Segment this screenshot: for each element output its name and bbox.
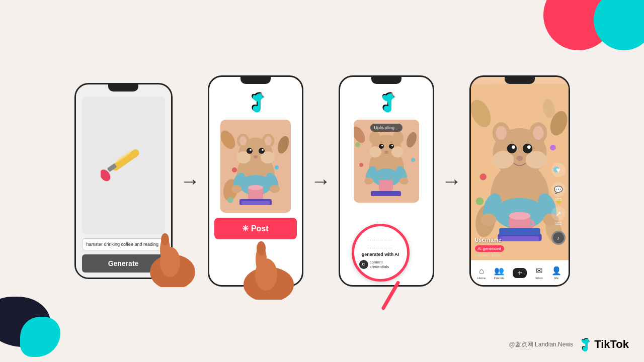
magnify-dots2: ............ — [368, 244, 392, 250]
comment-count: 105 — [555, 197, 561, 202]
nav-inbox-label: Inbox — [535, 277, 543, 280]
share-count: 102 — [555, 221, 561, 226]
tiktok-logo-phone3 — [376, 90, 396, 115]
svg-point-51 — [391, 145, 393, 146]
svg-point-80 — [522, 144, 532, 153]
svg-rect-93 — [499, 228, 540, 235]
svg-point-98 — [550, 145, 556, 151]
svg-point-57 — [399, 177, 409, 185]
content-credentials: C content credentials — [359, 260, 402, 269]
svg-point-31 — [248, 185, 263, 190]
magnify-circle: ............ ............ generated with… — [352, 224, 410, 282]
tiktok-brand-text: TikTok — [594, 338, 629, 351]
arrow1: → — [180, 170, 200, 193]
svg-point-18 — [239, 136, 247, 145]
phone4-username: Username — [475, 237, 504, 243]
svg-point-79 — [507, 144, 516, 153]
arrow2: → — [311, 170, 331, 193]
tiktok-brand: TikTok — [577, 337, 629, 352]
phone1-wrapper: hamster drinking coffee and reading Gene… — [74, 83, 173, 279]
svg-point-29 — [270, 185, 280, 193]
comment-action[interactable]: 💬 105 — [551, 183, 566, 202]
hamster-image-phone2 — [220, 120, 291, 213]
magnify-ai-text: generated with AI — [362, 252, 399, 257]
phone4-user-info: Username AI-generated ♪ Music · Artist — [475, 237, 504, 257]
svg-point-48 — [379, 144, 384, 149]
svg-point-40 — [257, 241, 266, 255]
main-content: hamster drinking coffee and reading Gene… — [0, 0, 644, 362]
svg-rect-92 — [500, 236, 539, 241]
svg-point-35 — [275, 165, 279, 169]
svg-point-49 — [389, 144, 394, 149]
svg-point-24 — [254, 155, 258, 158]
watermark: @蓝点网 Landian.News TikTok — [509, 337, 629, 352]
svg-point-46 — [369, 131, 380, 144]
svg-point-94 — [479, 173, 487, 180]
nav-friends[interactable]: 👥 Friends — [494, 266, 504, 280]
svg-point-78 — [533, 126, 543, 140]
svg-point-81 — [511, 145, 515, 149]
magnify-dots1: ............ — [368, 236, 392, 242]
hand2 — [236, 229, 301, 302]
paint-canvas-area — [82, 97, 165, 234]
tiktok-logo-phone2 — [246, 90, 266, 115]
nav-me[interactable]: 👤 Me — [551, 266, 561, 280]
svg-point-73 — [492, 151, 514, 168]
svg-rect-33 — [242, 201, 270, 205]
profile-icon: 👤 — [551, 266, 561, 276]
svg-rect-59 — [371, 191, 401, 196]
nav-create-button[interactable]: + — [513, 268, 527, 278]
svg-point-64 — [411, 158, 415, 162]
svg-point-20 — [247, 148, 253, 154]
svg-point-56 — [364, 177, 373, 185]
phone4-music: ♪ Music · Artist — [475, 253, 504, 257]
svg-rect-0 — [111, 148, 141, 172]
phone4-ai-badge: AI-generated — [475, 245, 504, 252]
phone4-actions: ♥ 💬 105 ↗ 102 ♪ — [551, 163, 566, 245]
phone2-notch — [240, 77, 271, 84]
nav-inbox[interactable]: ✉ Inbox — [535, 266, 543, 280]
svg-point-28 — [231, 185, 242, 193]
svg-point-77 — [496, 126, 506, 140]
content-credentials-label: content credentials — [370, 260, 402, 269]
hamster-image-phone3: Uploading... — [354, 120, 419, 203]
svg-point-74 — [525, 151, 547, 168]
magnify-handle — [381, 281, 400, 311]
like-action[interactable]: ♥ — [551, 163, 566, 177]
svg-point-62 — [359, 163, 363, 167]
svg-point-87 — [480, 213, 496, 226]
paintbrush-icon — [101, 143, 146, 188]
nav-friends-label: Friends — [494, 277, 504, 280]
svg-point-83 — [516, 156, 523, 161]
like-icon: ♥ — [551, 163, 566, 177]
arrow3: → — [442, 170, 462, 193]
tiktok-brand-icon — [577, 337, 591, 352]
svg-point-21 — [259, 148, 265, 154]
share-action[interactable]: ↗ 102 — [551, 207, 566, 226]
flow-container: hamster drinking coffee and reading Gene… — [74, 75, 570, 287]
svg-rect-58 — [379, 180, 393, 191]
nav-me-label: Me — [554, 277, 558, 280]
nav-home[interactable]: ⌂ Home — [477, 266, 486, 280]
phone3-wrapper: Uploading... ............ ............ g… — [339, 75, 434, 287]
phone4-wrapper: Username AI-generated ♪ Music · Artist ♥… — [469, 75, 570, 287]
svg-point-22 — [250, 149, 252, 151]
phone1-notch — [108, 84, 138, 92]
svg-point-7 — [161, 233, 169, 245]
svg-point-47 — [392, 131, 404, 144]
svg-point-50 — [381, 145, 383, 146]
svg-point-96 — [475, 197, 484, 205]
friends-icon: 👥 — [494, 266, 504, 276]
uploading-badge: Uploading... — [370, 124, 402, 132]
music-disc: ♪ — [551, 231, 566, 245]
svg-point-52 — [384, 151, 388, 154]
home-icon: ⌂ — [479, 266, 484, 276]
share-icon: ↗ — [551, 207, 566, 221]
svg-point-23 — [262, 149, 264, 151]
magnify-glass: ............ ............ generated with… — [352, 224, 410, 312]
svg-point-63 — [355, 142, 360, 147]
svg-point-90 — [509, 212, 530, 220]
hand1 — [142, 222, 203, 289]
cc-icon: C — [359, 260, 368, 269]
inbox-icon: ✉ — [536, 266, 542, 276]
